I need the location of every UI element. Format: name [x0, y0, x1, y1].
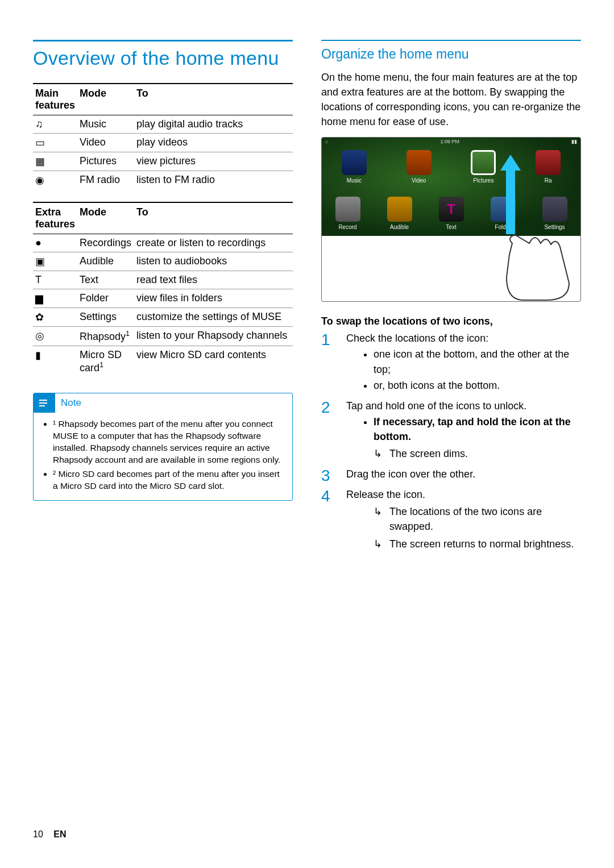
audible-icon: ▣ — [33, 252, 77, 271]
to-cell: view Micro SD card contents — [134, 346, 293, 377]
sdcard-icon: ▮ — [33, 346, 77, 377]
svg-rect-1 — [39, 402, 47, 404]
table-row: ♫Musicplay digital audio tracks — [33, 115, 293, 134]
music-icon: ♫ — [33, 115, 77, 134]
screenshot-app-icon: Music — [337, 150, 371, 184]
to-cell: customize the settings of MUSE — [134, 308, 293, 327]
intro-paragraph: On the home menu, the four main features… — [321, 70, 581, 129]
battery-icon: ▮▮ — [571, 139, 577, 146]
screenshot-app-icon: Video — [402, 150, 436, 184]
note-label: Note — [61, 397, 81, 409]
to-cell: listen to FM radio — [134, 171, 293, 190]
to-cell: listen to audiobooks — [134, 252, 293, 271]
to-cell: create or listen to recordings — [134, 234, 293, 252]
pointing-hand-icon — [484, 215, 581, 302]
th-mode: Mode — [77, 202, 134, 234]
page-number: 10 — [33, 829, 43, 839]
note-item: ¹ Rhapsody becomes part of the menu afte… — [53, 418, 283, 466]
to-cell: play videos — [134, 134, 293, 152]
step-item: Release the icon.The locations of the tw… — [321, 487, 581, 551]
mode-cell: FM radio — [77, 171, 134, 190]
mode-cell: Music — [77, 115, 134, 134]
th-mode: Mode — [77, 84, 134, 115]
th-extra-features: Extra features — [33, 202, 77, 234]
th-to: To — [134, 84, 293, 115]
to-cell: view pictures — [134, 152, 293, 171]
swap-heading: To swap the locations of two icons, — [321, 315, 581, 327]
extra-features-table: Extra features Mode To ●Recordingscreate… — [33, 202, 293, 377]
note-icon — [34, 393, 55, 413]
rhapsody-icon: ◎ — [33, 327, 77, 346]
steps-list: Check the locations of the icon:one icon… — [321, 331, 581, 551]
th-main-features: Main features — [33, 84, 77, 115]
mode-cell: Video — [77, 134, 134, 152]
step-item: Check the locations of the icon:one icon… — [321, 331, 581, 392]
table-row: ◉FM radiolisten to FM radio — [33, 171, 293, 190]
table-row: ✿Settingscustomize the settings of MUSE — [33, 308, 293, 327]
mode-cell: Recordings — [77, 234, 134, 252]
table-row: TTextread text files — [33, 271, 293, 289]
to-cell: play digital audio tracks — [134, 115, 293, 134]
step-item: Tap and hold one of the icons to unlock.… — [321, 398, 581, 461]
mode-cell: Text — [77, 271, 134, 289]
svg-rect-2 — [39, 405, 45, 406]
table-row: ◎Rhapsody1listen to your Rhapsody channe… — [33, 327, 293, 346]
note-box: Note ¹ Rhapsody becomes part of the menu… — [33, 393, 293, 501]
home-icon: ⌂ — [325, 139, 328, 146]
th-to: To — [134, 202, 293, 234]
folder-icon: ▆ — [33, 289, 77, 308]
recordings-icon: ● — [33, 234, 77, 252]
screenshot-app-icon: TText — [434, 197, 468, 230]
settings-icon: ✿ — [33, 308, 77, 327]
status-time: 1:09 PM — [440, 139, 459, 146]
svg-rect-0 — [39, 400, 47, 401]
mode-cell: Rhapsody1 — [77, 327, 134, 346]
device-screenshot: ⌂ 1:09 PM ▮▮ MusicVideoPicturesRa Record… — [321, 137, 581, 302]
section-title: Organize the home menu — [321, 47, 581, 62]
to-cell: view files in folders — [134, 289, 293, 308]
screenshot-app-icon: Pictures — [466, 150, 500, 184]
screenshot-app-icon: Ra — [531, 150, 565, 184]
mode-cell: Audible — [77, 252, 134, 271]
video-icon: ▭ — [33, 134, 77, 152]
step-item: Drag the icon over the other. — [321, 467, 581, 481]
mode-cell: Folder — [77, 289, 134, 308]
text-icon: T — [33, 271, 77, 289]
to-cell: listen to your Rhapsody channels — [134, 327, 293, 346]
page-title: Overview of the home menu — [33, 47, 293, 69]
to-cell: read text files — [134, 271, 293, 289]
footer-lang: EN — [53, 829, 66, 839]
page-footer: 10 EN — [33, 829, 66, 840]
main-features-table: Main features Mode To ♫Musicplay digital… — [33, 83, 293, 189]
table-row: ▭Videoplay videos — [33, 134, 293, 152]
table-row: ▦Picturesview pictures — [33, 152, 293, 171]
table-row: ▮Micro SD card1view Micro SD card conten… — [33, 346, 293, 377]
note-item: ² Micro SD card becomes part of the menu… — [53, 468, 283, 492]
mode-cell: Pictures — [77, 152, 134, 171]
screenshot-app-icon: Audible — [383, 197, 417, 230]
radio-icon: ◉ — [33, 171, 77, 190]
table-row: ●Recordingscreate or listen to recording… — [33, 234, 293, 252]
screenshot-app-icon: Record — [331, 197, 365, 230]
mode-cell: Settings — [77, 308, 134, 327]
pictures-icon: ▦ — [33, 152, 77, 171]
table-row: ▆Folderview files in folders — [33, 289, 293, 308]
table-row: ▣Audiblelisten to audiobooks — [33, 252, 293, 271]
mode-cell: Micro SD card1 — [77, 346, 134, 377]
